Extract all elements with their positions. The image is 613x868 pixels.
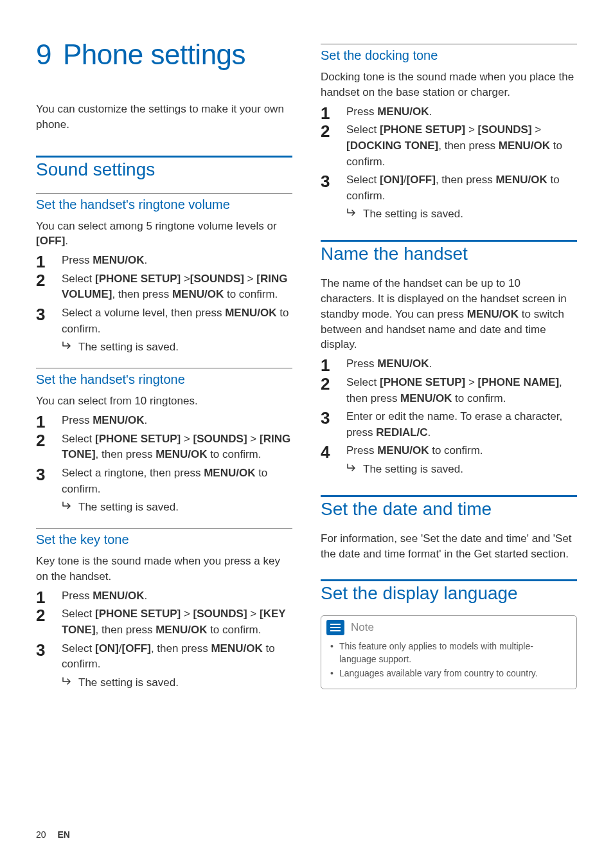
sub3-intro: Key tone is the sound made when you pres… — [36, 554, 292, 584]
chapter-name: Phone settings — [63, 39, 245, 70]
sub1-steps: Press MENU/OK. Select [PHONE SETUP] >[SO… — [36, 253, 292, 355]
chapter-intro: You can customize the settings to make i… — [36, 102, 292, 132]
list-item: Select a ringtone, then press MENU/OK to… — [36, 466, 292, 515]
list-item: Press MENU/OK. — [321, 104, 577, 120]
list-item: Press MENU/OK. — [36, 413, 292, 429]
right-column: Set the docking tone Docking tone is the… — [321, 39, 577, 693]
left-column: 9Phone settings You can customize the se… — [36, 39, 292, 693]
list-item: Select [PHONE SETUP] > [SOUNDS] > [DOCKI… — [321, 122, 577, 170]
note-box: Note This feature only applies to models… — [321, 615, 577, 689]
list-item: Select [PHONE SETUP] > [SOUNDS] > [KEY T… — [36, 606, 292, 638]
page-footer: 20 EN — [36, 829, 70, 840]
section2-steps: Press MENU/OK. Select [PHONE SETUP] > [P… — [321, 356, 577, 477]
list-item: Press MENU/OK. — [36, 253, 292, 269]
note-label: Note — [351, 621, 374, 634]
note-item: Languages available vary from country to… — [330, 667, 567, 680]
list-item: Select [PHONE SETUP] > [PHONE NAME], the… — [321, 375, 577, 406]
note-item: This feature only applies to models with… — [330, 640, 567, 665]
section2-intro: The name of the handset can be up to 10 … — [321, 276, 577, 352]
result-arrow-icon — [62, 502, 73, 511]
result-line: The setting is saved. — [62, 500, 292, 515]
result-arrow-icon — [346, 464, 358, 473]
sub1-intro: You can select among 5 ringtone volume l… — [36, 219, 292, 249]
section-name-handset: Name the handset — [321, 240, 577, 264]
list-item: Select [PHONE SETUP] >[SOUNDS] > [RING V… — [36, 271, 292, 303]
result-arrow-icon — [62, 677, 73, 686]
note-body: This feature only applies to models with… — [321, 637, 576, 689]
sub2-intro: You can select from 10 ringtones. — [36, 393, 292, 409]
subsection-ringtone-volume: Set the handset's ringtone volume — [36, 193, 292, 212]
sub3-steps: Press MENU/OK. Select [PHONE SETUP] > [S… — [36, 588, 292, 691]
list-item: Select a volume level, then press MENU/O… — [36, 305, 292, 355]
section-sound-settings: Sound settings — [36, 156, 292, 180]
note-header: Note — [321, 616, 576, 637]
sub4-intro: Docking tone is the sound made when you … — [321, 69, 577, 100]
result-arrow-icon — [346, 208, 358, 217]
list-item: Press MENU/OK to confirm. The setting is… — [321, 443, 577, 476]
section-display-language: Set the display language — [321, 579, 577, 604]
result-line: The setting is saved. — [62, 675, 292, 691]
list-item: Press MENU/OK. — [36, 588, 292, 604]
list-item: Enter or edit the name. To erase a chara… — [321, 409, 577, 440]
page-number: 20 — [36, 829, 46, 840]
result-line: The setting is saved. — [346, 462, 577, 477]
section3-intro: For information, see 'Set the date and t… — [321, 531, 577, 562]
note-icon — [326, 620, 344, 635]
result-line: The setting is saved. — [62, 339, 292, 355]
section-date-time: Set the date and time — [321, 495, 577, 520]
result-arrow-icon — [62, 341, 73, 350]
subsection-ringtone: Set the handset's ringtone — [36, 368, 292, 387]
list-item: Press MENU/OK. — [321, 356, 577, 372]
sub4-steps: Press MENU/OK. Select [PHONE SETUP] > [S… — [321, 104, 577, 222]
chapter-number: 9 — [36, 39, 51, 71]
subsection-docking-tone: Set the docking tone — [321, 44, 577, 63]
list-item: Select [PHONE SETUP] > [SOUNDS] > [RING … — [36, 431, 292, 463]
footer-language: EN — [57, 829, 69, 840]
subsection-key-tone: Set the key tone — [36, 528, 292, 547]
chapter-title: 9Phone settings — [36, 39, 292, 71]
sub2-steps: Press MENU/OK. Select [PHONE SETUP] > [S… — [36, 413, 292, 515]
list-item: Select [ON]/[OFF], then press MENU/OK to… — [36, 641, 292, 691]
list-item: Select [ON]/[OFF], then press MENU/OK to… — [321, 172, 577, 222]
result-line: The setting is saved. — [346, 206, 577, 222]
